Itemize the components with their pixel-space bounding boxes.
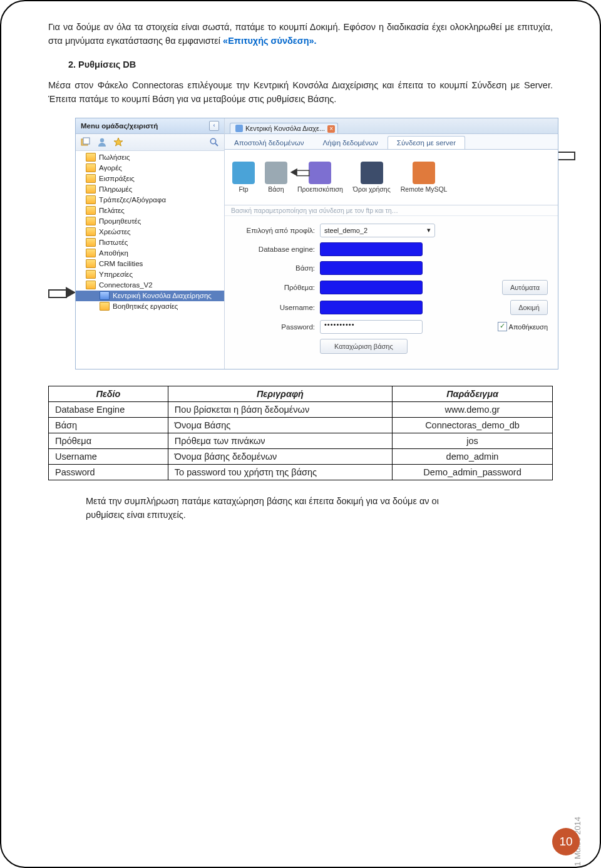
register-db-button[interactable]: Καταχώριση βάσης bbox=[320, 339, 408, 354]
arrow-icon bbox=[48, 287, 76, 298]
collapse-button[interactable]: ‹ bbox=[209, 121, 219, 131]
svg-line-5 bbox=[215, 143, 218, 146]
table-row: Username Όνομα βάσης δεδομένων demo_admi… bbox=[49, 448, 553, 464]
table-row: Πρόθεμα Πρόθεμα των πινάκων jos bbox=[49, 433, 553, 448]
main-panel: Κεντρική Κονσόλα Διαχε... × Αποστολή δεδ… bbox=[225, 118, 558, 369]
preview-button[interactable]: Προεπισκόπιση bbox=[297, 162, 343, 193]
sidebar-title: Menu ομάδας/χειριστή bbox=[81, 122, 158, 130]
remote-mysql-button[interactable]: Remote MySQL bbox=[401, 162, 448, 193]
sidebar-item-central-console[interactable]: Κεντρική Κονσόλα Διαχείρησης bbox=[76, 291, 224, 301]
tab-receive-data[interactable]: Λήψη δεδομένων bbox=[313, 136, 387, 149]
fields-table: Πεδίο Περιγραφή Παράδειγμα Database Engi… bbox=[48, 386, 553, 480]
engine-input[interactable] bbox=[320, 242, 423, 256]
paragraph-1: Για να δούμε αν όλα τα στοιχεία είναι σω… bbox=[48, 20, 553, 48]
profile-value: steel_demo_2 bbox=[324, 227, 367, 234]
sidebar-header: Menu ομάδας/χειριστή ‹ bbox=[76, 118, 224, 134]
username-input[interactable] bbox=[320, 301, 423, 314]
tab-icon bbox=[235, 125, 243, 132]
table-row: Βάση Όνομα Βάσης Connectoras_demo_db bbox=[49, 417, 553, 433]
ribbon: Ftp Βάση Προεπισκόπιση Όροι χρήσης Remot… bbox=[225, 150, 558, 205]
auto-button[interactable]: Αυτόματα bbox=[502, 280, 548, 295]
sidebar-item-suppliers[interactable]: Προμηθευτές bbox=[76, 216, 224, 227]
sidebar-item-creditors[interactable]: Πιστωτές bbox=[76, 237, 224, 248]
document-tab[interactable]: Κεντρική Κονσόλα Διαχε... × bbox=[230, 123, 338, 133]
engine-label: Database engine: bbox=[235, 245, 315, 253]
ftp-button[interactable]: Ftp bbox=[232, 162, 255, 193]
tab-send-data[interactable]: Αποστολή δεδομένων bbox=[225, 136, 313, 149]
sidebar-item-banks[interactable]: Τράπεζες/Αξιόγραφα bbox=[76, 195, 224, 205]
files-icon[interactable] bbox=[81, 137, 91, 147]
svg-point-4 bbox=[210, 138, 215, 143]
prefix-input[interactable] bbox=[320, 281, 423, 294]
sidebar-item-utilities[interactable]: Βοηθητικές εργασίες bbox=[76, 301, 224, 312]
sidebar-item-payments[interactable]: Πληρωμές bbox=[76, 184, 224, 195]
save-label: Αποθήκευση bbox=[509, 323, 548, 331]
success-text: «Επιτυχής σύνδεση». bbox=[223, 36, 317, 46]
sidebar-item-services[interactable]: Υπηρεσίες bbox=[76, 269, 224, 280]
save-checkbox[interactable]: ✓ Αποθήκευση bbox=[498, 322, 548, 331]
svg-point-2 bbox=[100, 138, 104, 142]
terms-button[interactable]: Όροι χρήσης bbox=[353, 162, 391, 193]
th-example: Παράδειγμα bbox=[393, 386, 553, 401]
sidebar-item-receipts[interactable]: Εισπράξεις bbox=[76, 173, 224, 184]
table-row: Password Το password του χρήστη της βάση… bbox=[49, 464, 553, 480]
svg-rect-1 bbox=[83, 138, 90, 144]
test-button[interactable]: Δοκιμή bbox=[510, 300, 548, 315]
username-label: Username: bbox=[235, 304, 315, 311]
ribbon-subcaption: Βασική παραμετροποίηση για σύνδεση με το… bbox=[225, 205, 558, 216]
th-field: Πεδίο bbox=[49, 386, 168, 401]
sidebar-item-purchases[interactable]: Αγορές bbox=[76, 163, 224, 173]
folder-tree: Πωλήσεις Αγορές Εισπράξεις Πληρωμές Τράπ… bbox=[76, 151, 224, 369]
close-icon[interactable]: × bbox=[327, 125, 335, 133]
base-label: Βάση: bbox=[235, 264, 315, 272]
table-row: Database Engine Που βρίσκεται η βάση δεδ… bbox=[49, 401, 553, 417]
sidebar-item-connectoras[interactable]: Connectoras_V2 bbox=[76, 280, 224, 291]
password-label: Password: bbox=[235, 323, 315, 331]
paragraph-2: Μέσα στον Φάκελο Connectoras επιλέγουμε … bbox=[48, 78, 553, 106]
th-description: Περιγραφή bbox=[168, 386, 392, 401]
paragraph-after-table: Μετά την συμπλήρωση πατάμε καταχώρηση βά… bbox=[86, 494, 461, 522]
ribbon-tabs: Αποστολή δεδομένων Λήψη δεδομένων Σύνδεσ… bbox=[225, 134, 558, 150]
checkbox-icon: ✓ bbox=[498, 322, 507, 331]
tab-server-connect[interactable]: Σύνδεση με server bbox=[388, 136, 465, 149]
password-input[interactable]: •••••••••• bbox=[320, 320, 423, 334]
profile-label: Επιλογή από προφίλ: bbox=[235, 227, 315, 234]
search-icon[interactable] bbox=[209, 137, 219, 147]
page-number-badge: 10 bbox=[552, 828, 580, 855]
heading-db: 2. Ρυθμίσεις DB bbox=[68, 59, 553, 70]
profile-combo[interactable]: steel_demo_2 ▾ bbox=[320, 224, 435, 237]
document-tabstrip: Κεντρική Κονσόλα Διαχε... × bbox=[225, 118, 558, 134]
database-button[interactable]: Βάση bbox=[265, 162, 287, 193]
sidebar-item-debtors[interactable]: Χρεώστες bbox=[76, 227, 224, 237]
screenshot: Menu ομάδας/χειριστή ‹ Πωλήσεις Αγορές Ε… bbox=[48, 118, 553, 368]
arrow-icon bbox=[290, 168, 310, 177]
db-form: Επιλογή από προφίλ: steel_demo_2 ▾ Datab… bbox=[225, 216, 558, 359]
base-input[interactable] bbox=[320, 261, 423, 275]
sidebar-item-crm[interactable]: CRM facilities bbox=[76, 259, 224, 269]
star-icon[interactable] bbox=[113, 137, 123, 147]
sidebar-item-sales[interactable]: Πωλήσεις bbox=[76, 152, 224, 163]
sidebar-item-warehouse[interactable]: Αποθήκη bbox=[76, 248, 224, 259]
sidebar-item-customers[interactable]: Πελάτες bbox=[76, 205, 224, 216]
svg-marker-3 bbox=[114, 138, 123, 146]
sidebar-toolbar bbox=[76, 134, 224, 151]
prefix-label: Πρόθεμα: bbox=[235, 284, 315, 291]
user-icon[interactable] bbox=[97, 137, 107, 147]
chevron-down-icon: ▾ bbox=[427, 226, 431, 234]
tab-label: Κεντρική Κονσόλα Διαχε... bbox=[245, 125, 325, 132]
sidebar: Menu ομάδας/χειριστή ‹ Πωλήσεις Αγορές Ε… bbox=[76, 118, 225, 369]
